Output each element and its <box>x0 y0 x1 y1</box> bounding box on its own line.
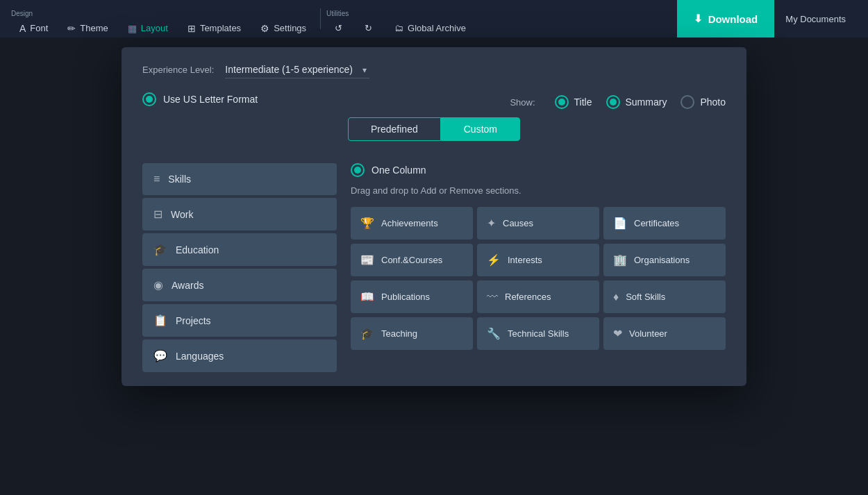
section-volunteer[interactable]: ❤ Volunteer <box>603 317 726 350</box>
causes-icon: ✦ <box>487 217 496 230</box>
layout-button[interactable]: ▦ Layout <box>119 19 176 38</box>
design-label: Design <box>11 10 315 17</box>
technical-skills-icon: 🔧 <box>487 327 501 340</box>
show-options: Title Summary Photo <box>555 95 726 109</box>
sections-grid: 🏆 Achievements ✦ Causes 📄 Certificates 📰… <box>351 207 726 350</box>
layout-icon: ▦ <box>128 23 137 34</box>
technical-skills-label: Technical Skills <box>508 328 569 339</box>
achievements-label: Achievements <box>381 218 438 228</box>
design-section: Design A Font ✏ Theme ▦ Layout ⊞ Templat… <box>11 0 315 38</box>
section-certificates[interactable]: 📄 Certificates <box>603 207 726 240</box>
soft-skills-label: Soft Skills <box>626 292 665 302</box>
settings-button[interactable]: ⚙ Settings <box>252 19 315 38</box>
toolbar: Design A Font ✏ Theme ▦ Layout ⊞ Templat… <box>0 0 868 37</box>
summary-radio-circle <box>606 95 620 109</box>
sidebar-item-awards[interactable]: ◉ Awards <box>142 269 337 301</box>
experience-label: Experience Level: <box>142 65 214 75</box>
sidebar-item-languages[interactable]: 💬 Languages <box>142 339 337 372</box>
sidebar-item-work[interactable]: ⊟ Work <box>142 198 337 230</box>
experience-row: Experience Level: Intermediate (1-5 expe… <box>142 61 726 78</box>
awards-label: Awards <box>172 280 203 291</box>
settings-icon: ⚙ <box>260 23 269 34</box>
projects-icon: 📋 <box>153 314 167 327</box>
templates-icon: ⊞ <box>187 23 196 34</box>
font-button[interactable]: A Font <box>11 19 56 38</box>
section-conf-courses[interactable]: 📰 Conf.&Courses <box>351 244 473 276</box>
work-label: Work <box>171 209 193 220</box>
global-archive-button[interactable]: 🗂 Global Archive <box>386 19 474 37</box>
show-photo[interactable]: Photo <box>681 95 726 109</box>
download-button[interactable]: ⬇ Download <box>677 0 775 37</box>
section-teaching[interactable]: 🎓 Teaching <box>351 317 473 350</box>
utilities-section: Utilities ↺ ↻ 🗂 Global Archive <box>326 0 474 37</box>
title-radio-circle <box>555 95 569 109</box>
soft-skills-icon: ♦ <box>613 291 619 303</box>
redo-button[interactable]: ↻ <box>356 19 381 37</box>
certificates-label: Certificates <box>634 218 679 228</box>
right-panel: One Column Drag and drop to Add or Remov… <box>351 163 726 372</box>
achievements-icon: 🏆 <box>360 217 374 230</box>
photo-label: Photo <box>700 97 726 108</box>
redo-icon: ↻ <box>365 23 372 33</box>
sidebar-item-skills[interactable]: ≡ Skills <box>142 163 337 195</box>
languages-label: Languages <box>176 351 224 362</box>
references-label: References <box>505 292 551 302</box>
references-icon: 〰 <box>487 291 498 303</box>
show-title[interactable]: Title <box>555 95 592 109</box>
tab-custom[interactable]: Custom <box>441 117 520 141</box>
theme-button[interactable]: ✏ Theme <box>59 19 116 38</box>
education-icon: 🎓 <box>153 243 167 256</box>
one-column-row: One Column <box>351 163 726 177</box>
download-icon: ⬇ <box>694 12 703 25</box>
languages-icon: 💬 <box>153 349 167 362</box>
toolbar-divider-1 <box>320 8 321 29</box>
teaching-icon: 🎓 <box>360 327 374 340</box>
section-publications[interactable]: 📖 Publications <box>351 280 473 313</box>
tabs-row: Predefined Custom <box>142 117 726 141</box>
my-documents-button[interactable]: My Documents <box>774 10 857 28</box>
drag-hint: Drag and drop to Add or Remove sections. <box>351 185 726 196</box>
section-references[interactable]: 〰 References <box>477 280 599 313</box>
archive-icon: 🗂 <box>394 23 403 33</box>
show-row: Show: Title Summary Photo <box>510 95 726 109</box>
section-soft-skills[interactable]: ♦ Soft Skills <box>603 280 726 313</box>
us-letter-label: Use US Letter Format <box>163 94 258 105</box>
section-interests[interactable]: ⚡ Interests <box>477 244 599 276</box>
show-summary[interactable]: Summary <box>606 95 667 109</box>
section-achievements[interactable]: 🏆 Achievements <box>351 207 473 240</box>
sidebar-item-education[interactable]: 🎓 Education <box>142 233 337 266</box>
work-icon: ⊟ <box>153 208 162 221</box>
tab-predefined[interactable]: Predefined <box>348 117 441 141</box>
photo-radio-circle <box>681 95 694 109</box>
interests-label: Interests <box>508 255 542 265</box>
skills-icon: ≡ <box>153 173 160 185</box>
organisations-icon: 🏢 <box>613 253 627 267</box>
undo-button[interactable]: ↺ <box>326 19 351 37</box>
causes-label: Causes <box>503 218 533 228</box>
projects-label: Projects <box>176 315 211 326</box>
sidebar-section-list: ≡ Skills ⊟ Work 🎓 Education ◉ Awards 📋 <box>142 163 337 372</box>
utility-items: ↺ ↻ 🗂 Global Archive <box>326 19 474 37</box>
conf-courses-icon: 📰 <box>360 253 374 267</box>
layout-modal: Experience Level: Intermediate (1-5 expe… <box>122 47 746 386</box>
us-letter-radio[interactable] <box>142 92 156 106</box>
modal-overlay: Experience Level: Intermediate (1-5 expe… <box>0 37 868 495</box>
section-causes[interactable]: ✦ Causes <box>477 207 599 240</box>
publications-icon: 📖 <box>360 290 374 303</box>
section-technical-skills[interactable]: 🔧 Technical Skills <box>477 317 599 350</box>
sidebar-item-projects[interactable]: 📋 Projects <box>142 304 337 337</box>
volunteer-label: Volunteer <box>629 328 667 339</box>
show-label: Show: <box>510 97 535 108</box>
education-label: Education <box>176 244 219 255</box>
section-organisations[interactable]: 🏢 Organisations <box>603 244 726 276</box>
templates-button[interactable]: ⊞ Templates <box>179 19 249 38</box>
undo-icon: ↺ <box>335 23 342 33</box>
theme-icon: ✏ <box>67 23 76 34</box>
certificates-icon: 📄 <box>613 217 627 230</box>
organisations-label: Organisations <box>634 255 690 265</box>
one-column-label: One Column <box>372 165 426 176</box>
experience-dropdown[interactable]: Intermediate (1-5 experience) <box>225 61 369 78</box>
one-column-radio[interactable] <box>351 163 365 177</box>
summary-label: Summary <box>626 97 667 108</box>
us-letter-row: Use US Letter Format <box>142 92 258 106</box>
